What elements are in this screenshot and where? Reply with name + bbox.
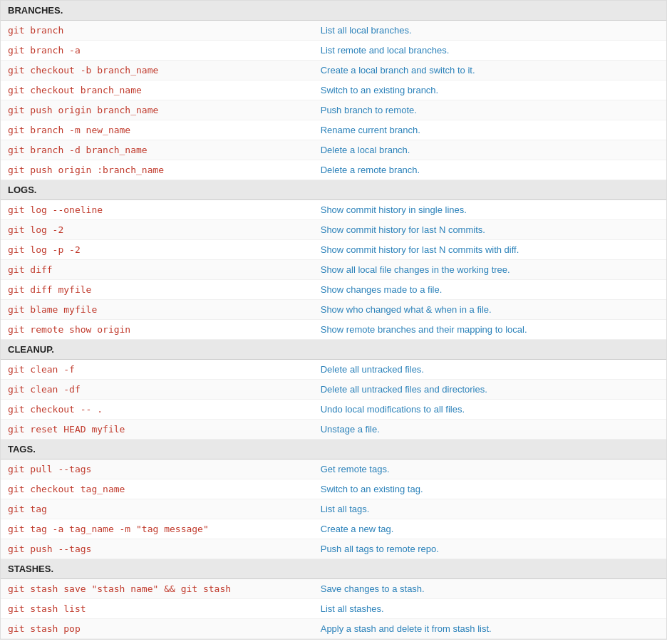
table-row: git stash save "stash name" && git stash…	[1, 579, 666, 599]
command-cell: git branch	[8, 25, 321, 36]
table-row: git pull --tagsGet remote tags.	[1, 459, 666, 479]
description-cell: Show all local file changes in the worki…	[321, 264, 659, 275]
description-cell: Unstage a file.	[321, 424, 659, 435]
command-cell: git log -2	[8, 224, 321, 235]
command-cell: git clean -f	[8, 364, 321, 375]
command-cell: git push origin :branch_name	[8, 165, 321, 175]
command-cell: git branch -a	[8, 45, 321, 56]
cheat-sheet: BRANCHES.git branchList all local branch…	[0, 0, 667, 640]
description-cell: Delete all untracked files.	[321, 364, 659, 375]
command-cell: git diff	[8, 264, 321, 275]
description-cell: List all stashes.	[321, 603, 659, 614]
description-cell: Switch to an existing tag.	[321, 484, 659, 494]
table-row: git stash listList all stashes.	[1, 599, 666, 619]
table-row: git branch -aList remote and local branc…	[1, 41, 666, 61]
table-row: git checkout tag_nameSwitch to an existi…	[1, 479, 666, 499]
command-cell: git stash save "stash name" && git stash	[8, 583, 321, 594]
table-row: git checkout branch_nameSwitch to an exi…	[1, 80, 666, 100]
command-cell: git blame myfile	[8, 304, 321, 315]
description-cell: List all local branches.	[321, 25, 659, 36]
table-row: git tag -a tag_name -m "tag message"Crea…	[1, 519, 666, 539]
section-header-4: STASHES.	[1, 559, 666, 579]
command-cell: git checkout -b branch_name	[8, 65, 321, 76]
table-row: git clean -fDelete all untracked files.	[1, 360, 666, 380]
section-header-0: BRANCHES.	[1, 1, 666, 21]
command-cell: git push --tags	[8, 544, 321, 554]
description-cell: Switch to an existing branch.	[321, 85, 659, 95]
table-row: git tagList all tags.	[1, 499, 666, 519]
table-row: git push origin :branch_nameDelete a rem…	[1, 160, 666, 180]
description-cell: Show commit history for last N commits.	[321, 224, 659, 235]
description-cell: Show remote branches and their mapping t…	[321, 324, 659, 335]
table-row: git reset HEAD myfileUnstage a file.	[1, 420, 666, 440]
command-cell: git log -p -2	[8, 244, 321, 255]
table-row: git checkout -- .Undo local modification…	[1, 400, 666, 420]
section-header-1: LOGS.	[1, 180, 666, 200]
command-cell: git pull --tags	[8, 464, 321, 474]
description-cell: Show who changed what & when in a file.	[321, 304, 659, 315]
description-cell: Show commit history for last N commits w…	[321, 244, 659, 255]
description-cell: Show changes made to a file.	[321, 284, 659, 295]
description-cell: List remote and local branches.	[321, 45, 659, 56]
command-cell: git branch -m new_name	[8, 125, 321, 135]
table-row: git remote show originShow remote branch…	[1, 320, 666, 340]
description-cell: Delete all untracked files and directori…	[321, 384, 659, 395]
command-cell: git diff myfile	[8, 284, 321, 295]
table-row: git blame myfileShow who changed what & …	[1, 300, 666, 320]
description-cell: Push branch to remote.	[321, 105, 659, 115]
table-row: git branch -d branch_nameDelete a local …	[1, 140, 666, 160]
table-row: git clean -dfDelete all untracked files …	[1, 380, 666, 400]
command-cell: git tag -a tag_name -m "tag message"	[8, 524, 321, 534]
table-row: git log --onelineShow commit history in …	[1, 200, 666, 220]
command-cell: git reset HEAD myfile	[8, 424, 321, 435]
command-cell: git clean -df	[8, 384, 321, 395]
table-row: git branch -m new_nameRename current bra…	[1, 120, 666, 140]
command-cell: git checkout tag_name	[8, 484, 321, 494]
table-row: git log -2Show commit history for last N…	[1, 220, 666, 240]
description-cell: Delete a local branch.	[321, 145, 659, 155]
table-row: git push --tagsPush all tags to remote r…	[1, 539, 666, 559]
description-cell: Push all tags to remote repo.	[321, 544, 659, 554]
command-cell: git stash pop	[8, 623, 321, 634]
description-cell: Save changes to a stash.	[321, 583, 659, 594]
command-cell: git checkout branch_name	[8, 85, 321, 95]
command-cell: git tag	[8, 504, 321, 514]
description-cell: Undo local modifications to all files.	[321, 404, 659, 415]
description-cell: Get remote tags.	[321, 464, 659, 474]
description-cell: Delete a remote branch.	[321, 165, 659, 175]
description-cell: List all tags.	[321, 504, 659, 514]
table-row: git checkout -b branch_nameCreate a loca…	[1, 61, 666, 80]
description-cell: Show commit history in single lines.	[321, 204, 659, 215]
command-cell: git branch -d branch_name	[8, 145, 321, 155]
command-cell: git remote show origin	[8, 324, 321, 335]
table-row: git diffShow all local file changes in t…	[1, 260, 666, 280]
command-cell: git push origin branch_name	[8, 105, 321, 115]
description-cell: Apply a stash and delete it from stash l…	[321, 623, 659, 634]
command-cell: git log --oneline	[8, 204, 321, 215]
table-row: git push origin branch_namePush branch t…	[1, 100, 666, 120]
description-cell: Create a new tag.	[321, 524, 659, 534]
command-cell: git stash list	[8, 603, 321, 614]
description-cell: Rename current branch.	[321, 125, 659, 135]
table-row: git log -p -2Show commit history for las…	[1, 240, 666, 260]
table-row: git stash popApply a stash and delete it…	[1, 619, 666, 639]
table-row: git branchList all local branches.	[1, 21, 666, 41]
command-cell: git checkout -- .	[8, 404, 321, 415]
table-row: git diff myfileShow changes made to a fi…	[1, 280, 666, 300]
section-header-3: TAGS.	[1, 440, 666, 459]
description-cell: Create a local branch and switch to it.	[321, 65, 659, 76]
section-header-2: CLEANUP.	[1, 340, 666, 360]
